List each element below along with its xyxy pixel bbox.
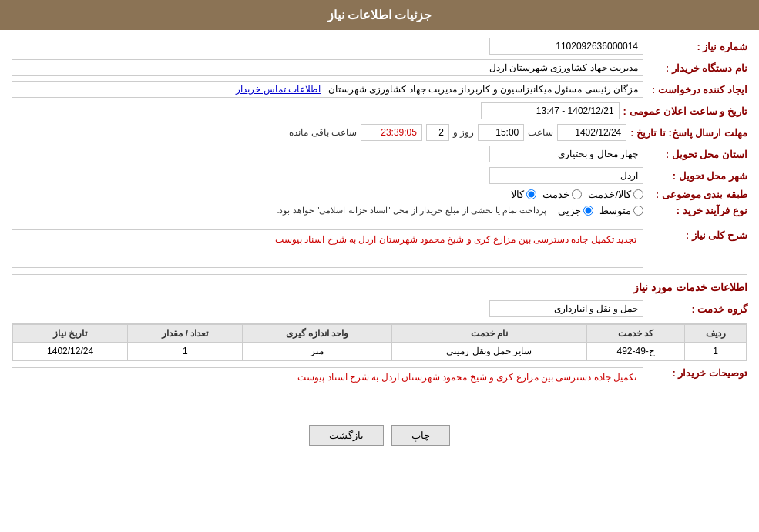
cell-unit: متر <box>243 343 391 360</box>
col-code: کد خدمت <box>586 325 684 343</box>
category-service-radio[interactable] <box>572 189 582 199</box>
need-number-label: شماره نیاز : <box>647 41 747 52</box>
province-value: چهار محال و بختیاری <box>489 146 643 162</box>
col-unit: واحد اندازه گیری <box>243 325 391 343</box>
table-row: 1ح-49-492سایر حمل ونقل زمینیمتر11402/12/… <box>13 343 747 360</box>
buyer-org-row: نام دستگاه خریدار : مدیریت جهاد کشاورزی … <box>12 59 747 76</box>
response-countdown-value: 23:39:05 <box>361 124 422 141</box>
cell-date: 1402/12/24 <box>13 343 128 360</box>
submit-date-row: تاریخ و ساعت اعلان عمومی : 1402/12/21 - … <box>12 102 747 119</box>
response-deadline-label: مهلت ارسال پاسخ: تا تاریخ : <box>630 127 747 139</box>
category-goods-service-item: کالا/خدمت <box>588 189 643 200</box>
purchase-part-radio[interactable] <box>583 206 593 216</box>
services-table-container: ردیف کد خدمت نام خدمت واحد اندازه گیری ت… <box>12 323 747 361</box>
service-group-label: گروه خدمت : <box>647 303 747 315</box>
buyer-desc-row: توصیحات خریدار : تکمیل جاده دسترسی بین م… <box>12 367 747 413</box>
page-header: جزئیات اطلاعات نیاز <box>0 0 759 30</box>
category-goods-label: کالا <box>511 189 524 200</box>
creator-contact-link[interactable]: اطلاعات تماس خریدار <box>236 84 321 95</box>
days-label: روز و <box>453 127 474 138</box>
creator-value: مزگان رئیسی مسئول میکانیزاسیون و کاربردا… <box>12 81 643 98</box>
need-desc-row: شرح کلی نیاز : تجدید تکمیل جاده دسترسی ب… <box>12 229 747 268</box>
page-title: جزئیات اطلاعات نیاز <box>327 8 432 22</box>
col-name: نام خدمت <box>391 325 586 343</box>
services-section-title: اطلاعات خدمات مورد نیاز <box>12 281 747 296</box>
need-number-value: 1102092636000014 <box>489 38 643 55</box>
purchase-part-item: جزیی <box>558 205 593 216</box>
category-service-item: خدمت <box>542 189 582 200</box>
print-button[interactable]: چاپ <box>391 425 450 446</box>
buyer-desc-label: توصیحات خریدار : <box>647 367 747 379</box>
response-days-value: 2 <box>426 124 449 141</box>
response-date-value: 1402/12/24 <box>557 124 626 141</box>
buyer-desc-value: تکمیل جاده دسترسی بین مزارع کری و شیخ مح… <box>12 367 643 413</box>
purchase-medium-item: متوسط <box>599 205 643 216</box>
purchase-type-note: پرداخت تمام یا بخشی از مبلغ خریدار از مح… <box>277 206 546 216</box>
services-table: ردیف کد خدمت نام خدمت واحد اندازه گیری ت… <box>12 324 747 360</box>
cell-name: سایر حمل ونقل زمینی <box>391 343 586 360</box>
page-wrapper: جزئیات اطلاعات نیاز شماره نیاز : 1102092… <box>0 0 759 532</box>
col-date: تاریخ نیاز <box>13 325 128 343</box>
response-time-value: 15:00 <box>478 124 524 141</box>
separator-1 <box>12 223 747 223</box>
category-goods-item: کالا <box>511 189 536 200</box>
cell-quantity: 1 <box>128 343 243 360</box>
category-row: طبقه بندی موضوعی : کالا/خدمت خدمت کالا <box>12 189 747 200</box>
city-row: شهر محل تحویل : اردل <box>12 167 747 184</box>
purchase-medium-label: متوسط <box>599 205 631 216</box>
table-header-row: ردیف کد خدمت نام خدمت واحد اندازه گیری ت… <box>13 325 747 343</box>
submit-date-value: 1402/12/21 - 13:47 <box>481 102 620 119</box>
buyer-org-value: مدیریت جهاد کشاورزی شهرستان اردل <box>12 59 643 76</box>
button-row: چاپ بازگشت <box>12 425 747 446</box>
cell-row: 1 <box>685 343 747 360</box>
category-service-label: خدمت <box>542 189 569 200</box>
content-area: شماره نیاز : 1102092636000014 نام دستگاه… <box>0 30 759 453</box>
province-row: استان محل تحویل : چهار محال و بختیاری <box>12 146 747 162</box>
col-row-num: ردیف <box>685 325 747 343</box>
response-deadline-row: مهلت ارسال پاسخ: تا تاریخ : 1402/12/24 س… <box>12 124 747 141</box>
purchase-medium-radio[interactable] <box>633 206 643 216</box>
cell-code: ح-49-492 <box>586 343 684 360</box>
city-label: شهر محل تحویل : <box>647 170 747 182</box>
city-value: اردل <box>489 167 643 184</box>
category-goods-service-radio[interactable] <box>633 189 643 199</box>
service-group-value: حمل و نقل و انبارداری <box>489 300 643 317</box>
creator-label: ایجاد کننده درخواست : <box>647 84 747 95</box>
separator-2 <box>12 274 747 275</box>
creator-row: ایجاد کننده درخواست : مزگان رئیسی مسئول … <box>12 81 747 98</box>
category-label: طبقه بندی موضوعی : <box>647 189 747 200</box>
category-goods-radio[interactable] <box>526 189 536 199</box>
countdown-text: ساعت باقی مانده <box>289 127 357 138</box>
buyer-org-label: نام دستگاه خریدار : <box>647 62 747 74</box>
col-quantity: تعداد / مقدار <box>128 325 243 343</box>
purchase-type-label: نوع فرآیند خرید : <box>647 205 747 216</box>
purchase-part-label: جزیی <box>558 205 581 216</box>
need-desc-label: شرح کلی نیاز : <box>647 229 747 241</box>
need-number-row: شماره نیاز : 1102092636000014 <box>12 38 747 55</box>
service-group-row: گروه خدمت : حمل و نقل و انبارداری <box>12 300 747 317</box>
province-label: استان محل تحویل : <box>647 149 747 160</box>
purchase-type-radio-group: متوسط جزیی <box>558 205 643 216</box>
need-desc-value: تجدید تکمیل جاده دسترسی بین مزارع کری و … <box>12 229 643 268</box>
category-goods-service-label: کالا/خدمت <box>588 189 631 200</box>
submit-date-label: تاریخ و ساعت اعلان عمومی : <box>623 105 747 117</box>
time-label: ساعت <box>528 127 553 138</box>
purchase-type-row: نوع فرآیند خرید : متوسط جزیی پرداخت تمام… <box>12 205 747 216</box>
category-radio-group: کالا/خدمت خدمت کالا <box>511 189 643 200</box>
back-button[interactable]: بازگشت <box>309 425 384 446</box>
